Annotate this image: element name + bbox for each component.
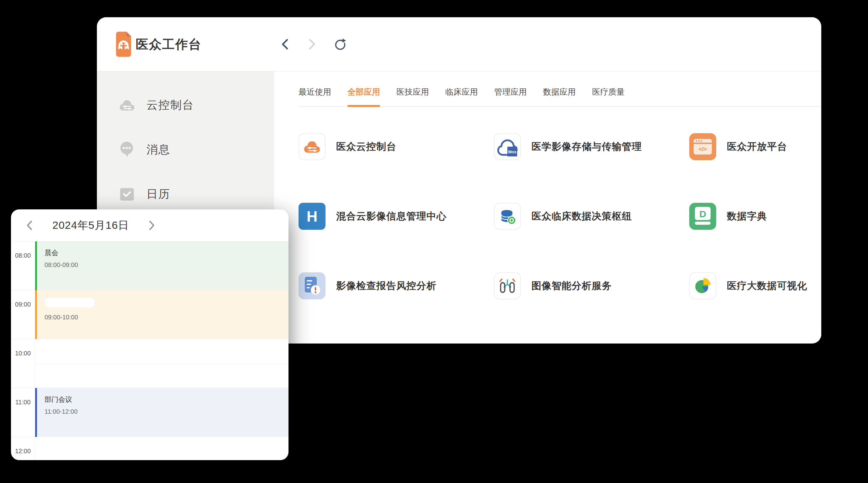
cloud-icon: [118, 98, 136, 112]
window-header: 医众工作台: [97, 17, 821, 71]
event-title-redacted: [44, 298, 95, 308]
app-data-dictionary[interactable]: D 数据字典: [689, 203, 821, 230]
app-label: 混合云影像信息管理中心: [336, 210, 446, 223]
calendar-event-department-meeting[interactable]: 部门会议 11:00-12:00: [35, 388, 288, 437]
cloud-console-icon: [303, 139, 321, 154]
hour-label: 08:00: [11, 242, 35, 290]
app-label: 医众云控制台: [336, 140, 396, 153]
app-label: 医疗大数据可视化: [727, 279, 807, 292]
calendar-next-button[interactable]: [148, 220, 155, 231]
sidebar-item-messages[interactable]: 消息: [97, 141, 274, 158]
calendar-icon: [120, 187, 134, 201]
svg-text:D: D: [699, 209, 706, 219]
report-risk-icon: [303, 276, 321, 296]
app-label: 医众开放平台: [727, 140, 787, 153]
calendar-panel: 2024年5月16日 08:00 晨会 08:00-09:00 09:00: [11, 210, 288, 460]
dictionary-icon: D: [694, 207, 711, 226]
app-label: 图像智能分析服务: [531, 279, 612, 292]
app-big-data-visualization[interactable]: 医疗大数据可视化: [689, 272, 821, 299]
calendar-row-1000: 10:00: [11, 339, 288, 388]
tab-medtech[interactable]: 医技应用: [396, 87, 429, 106]
app-label: 医学影像存储与传输管理: [531, 140, 642, 153]
hour-label: 10:00: [11, 339, 35, 388]
app-label: 医众临床数据决策枢纽: [531, 210, 632, 223]
app-grid: 医众云控制台 Mos 医学影像存储与传输管理: [299, 133, 821, 299]
open-platform-icon: </>: [694, 139, 712, 155]
tab-quality[interactable]: 医疗质量: [592, 87, 625, 106]
calendar-row-1200: 12:00: [11, 437, 288, 460]
back-button[interactable]: [280, 38, 290, 50]
app-image-ai-service[interactable]: 图像智能分析服务: [494, 272, 689, 299]
app-label: 影像检查报告风控分析: [336, 279, 436, 292]
refresh-button[interactable]: [333, 37, 347, 52]
app-label: 数据字典: [727, 210, 767, 223]
refresh-icon: [333, 37, 347, 52]
forward-button[interactable]: [307, 38, 317, 50]
app-logo-icon: [116, 32, 131, 57]
calendar-prev-button[interactable]: [26, 220, 33, 231]
event-title: 晨会: [44, 248, 288, 258]
app-clinical-data-hub[interactable]: 医众临床数据决策枢纽: [494, 203, 689, 230]
app-open-platform[interactable]: </> 医众开放平台: [689, 133, 821, 160]
tab-all-apps[interactable]: 全部应用: [347, 87, 380, 106]
window-title: 医众工作台: [136, 36, 202, 53]
pie-chart-icon: [692, 276, 713, 296]
calendar-row-0800: 08:00 晨会 08:00-09:00: [11, 242, 288, 290]
calendar-row-1100: 11:00 部门会议 11:00-12:00: [11, 388, 288, 437]
app-hybrid-cloud-center[interactable]: H 混合云影像信息管理中心: [299, 203, 494, 230]
back-icon: [280, 38, 290, 50]
chevron-left-icon: [26, 220, 33, 231]
event-time: 09:00-10:00: [44, 314, 288, 321]
sidebar-item-label: 日历: [147, 187, 170, 202]
hour-label: 12:00: [11, 437, 35, 460]
sidebar-item-label: 云控制台: [147, 97, 194, 113]
sidebar-item-label: 消息: [147, 142, 170, 157]
sidebar-item-calendar[interactable]: 日历: [97, 185, 274, 203]
clinical-database-icon: [497, 206, 518, 226]
calendar-event-morning-meeting[interactable]: 晨会 08:00-09:00: [35, 242, 288, 290]
svg-text:Mos: Mos: [508, 150, 517, 154]
app-cloud-console[interactable]: 医众云控制台: [299, 133, 494, 160]
hybrid-h-icon: H: [307, 208, 318, 225]
tab-recent[interactable]: 最近使用: [299, 87, 331, 106]
calendar-date: 2024年5月16日: [52, 218, 129, 232]
lungs-ai-icon: [497, 276, 518, 296]
event-title: 部门会议: [44, 395, 288, 404]
svg-text:</>: </>: [699, 146, 707, 152]
browser-nav: [280, 37, 347, 52]
calendar-grid: 08:00 晨会 08:00-09:00 09:00 09:00-10:00: [11, 242, 288, 460]
forward-icon: [307, 38, 317, 50]
chevron-right-icon: [148, 220, 155, 231]
tab-clinical[interactable]: 临床应用: [445, 87, 478, 106]
event-time: 08:00-09:00: [44, 261, 288, 268]
calendar-event-redacted[interactable]: 09:00-10:00: [35, 290, 288, 339]
hour-label: 09:00: [11, 290, 35, 339]
app-image-storage[interactable]: Mos 医学影像存储与传输管理: [494, 133, 689, 160]
message-icon: [119, 141, 135, 158]
tab-data[interactable]: 数据应用: [543, 87, 576, 106]
app-content: 最近使用 全部应用 医技应用 临床应用 管理应用 数据应用 医疗质量: [274, 71, 821, 343]
mos-cloud-icon: Mos: [495, 135, 520, 159]
tab-management[interactable]: 管理应用: [494, 87, 527, 106]
calendar-empty-slot[interactable]: [35, 339, 288, 388]
app-report-risk-analysis[interactable]: 影像检查报告风控分析: [299, 272, 494, 299]
hour-label: 11:00: [11, 388, 35, 437]
tab-bar: 最近使用 全部应用 医技应用 临床应用 管理应用 数据应用 医疗质量: [299, 87, 821, 107]
screen: 医众工作台: [0, 0, 868, 483]
event-time: 11:00-12:00: [44, 408, 288, 415]
sidebar-item-cloud-console[interactable]: 云控制台: [97, 96, 274, 114]
calendar-header: 2024年5月16日: [11, 210, 288, 242]
calendar-empty-slot[interactable]: [35, 437, 288, 460]
calendar-row-0900: 09:00 09:00-10:00: [11, 290, 288, 339]
